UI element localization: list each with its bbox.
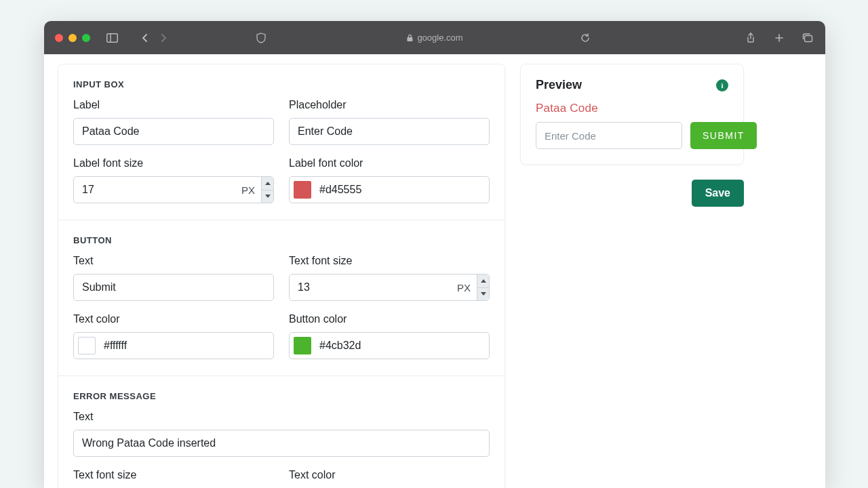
color-hex-input[interactable] bbox=[319, 184, 481, 196]
step-up-button[interactable] bbox=[262, 177, 273, 190]
share-icon[interactable] bbox=[744, 31, 757, 45]
field-label-font-size: Label font size PX bbox=[73, 157, 274, 203]
field-label-text: Text bbox=[73, 411, 490, 423]
color-hex-input[interactable] bbox=[319, 340, 481, 352]
preview-input[interactable] bbox=[536, 122, 682, 149]
preview-submit-button[interactable]: SUBMIT bbox=[690, 122, 757, 149]
reload-button[interactable] bbox=[578, 31, 592, 45]
address-bar[interactable]: google.com bbox=[406, 33, 462, 43]
browser-toolbar: google.com bbox=[44, 21, 825, 54]
color-swatch[interactable] bbox=[294, 181, 311, 199]
field-label-text: Label font size bbox=[73, 157, 274, 169]
input-label-value[interactable] bbox=[73, 118, 274, 145]
section-title: INPUT BOX bbox=[73, 79, 490, 89]
input-button-font-size[interactable] bbox=[289, 274, 490, 301]
close-window-button[interactable] bbox=[55, 34, 63, 42]
page-content: INPUT BOX Label Placeholder Label font s… bbox=[44, 54, 825, 488]
step-down-button[interactable] bbox=[477, 288, 489, 301]
field-button-font-size: Text font size PX bbox=[289, 255, 490, 301]
field-label-text: Label font color bbox=[289, 157, 490, 169]
maximize-window-button[interactable] bbox=[82, 34, 90, 42]
svg-marker-6 bbox=[265, 182, 271, 185]
number-stepper bbox=[477, 274, 489, 300]
color-input[interactable] bbox=[73, 332, 274, 359]
field-placeholder: Placeholder bbox=[289, 99, 490, 145]
field-button-color: Button color bbox=[289, 313, 490, 359]
field-label-text: Label bbox=[73, 99, 274, 111]
field-label-text: Text color bbox=[73, 313, 274, 325]
preview-label: Pataa Code bbox=[536, 102, 728, 115]
svg-marker-8 bbox=[481, 279, 486, 283]
new-tab-icon[interactable] bbox=[772, 31, 786, 45]
field-label-text: Text font size bbox=[289, 255, 490, 267]
step-up-button[interactable] bbox=[477, 274, 489, 288]
field-error-text-color: Text color bbox=[289, 469, 490, 488]
forward-button[interactable] bbox=[157, 31, 170, 45]
svg-marker-7 bbox=[265, 195, 271, 198]
section-error-message: ERROR MESSAGE Text Text font size PX bbox=[58, 376, 505, 488]
field-button-text: Text bbox=[73, 255, 274, 301]
section-title: ERROR MESSAGE bbox=[73, 391, 490, 401]
preview-title: Preview bbox=[536, 78, 582, 92]
shield-icon[interactable] bbox=[254, 31, 268, 45]
step-down-button[interactable] bbox=[262, 190, 273, 203]
color-input[interactable] bbox=[289, 332, 490, 359]
side-panel: Preview i Pataa Code SUBMIT Save bbox=[520, 64, 744, 207]
section-input-box: INPUT BOX Label Placeholder Label font s… bbox=[58, 64, 505, 220]
back-button[interactable] bbox=[138, 31, 151, 45]
field-label-text: Button color bbox=[289, 313, 490, 325]
sidebar-toggle-icon[interactable] bbox=[105, 31, 119, 45]
svg-rect-5 bbox=[805, 35, 812, 41]
input-label-font-size[interactable] bbox=[73, 176, 274, 203]
field-button-text-color: Text color bbox=[73, 313, 274, 359]
field-label-text: Text font size bbox=[73, 469, 274, 481]
field-label-font-color: Label font color bbox=[289, 157, 490, 203]
number-stepper bbox=[261, 177, 273, 203]
section-title: BUTTON bbox=[73, 235, 490, 245]
field-label-text: Text color bbox=[289, 469, 490, 481]
field-label: Label bbox=[73, 99, 274, 145]
preview-card: Preview i Pataa Code SUBMIT bbox=[520, 64, 744, 165]
input-error-text[interactable] bbox=[73, 430, 490, 457]
color-swatch[interactable] bbox=[78, 337, 96, 354]
color-input[interactable] bbox=[289, 176, 490, 203]
browser-window: google.com INPUT BOX Label bbox=[44, 21, 825, 488]
minimize-window-button[interactable] bbox=[68, 34, 77, 42]
field-label-text: Text bbox=[73, 255, 274, 267]
svg-marker-9 bbox=[481, 292, 486, 296]
input-button-text[interactable] bbox=[73, 274, 274, 301]
svg-rect-2 bbox=[407, 37, 412, 41]
info-icon[interactable]: i bbox=[716, 79, 728, 92]
field-error-font-size: Text font size PX bbox=[73, 469, 274, 488]
lock-icon bbox=[406, 34, 413, 42]
input-placeholder-value[interactable] bbox=[289, 118, 490, 145]
color-swatch[interactable] bbox=[294, 337, 311, 354]
tabs-overview-icon[interactable] bbox=[801, 31, 814, 45]
field-error-text: Text bbox=[73, 411, 490, 457]
window-controls bbox=[55, 34, 90, 42]
color-hex-input[interactable] bbox=[104, 340, 265, 352]
save-button[interactable]: Save bbox=[692, 180, 744, 207]
url-host: google.com bbox=[417, 33, 462, 43]
svg-rect-0 bbox=[106, 33, 117, 42]
field-label-text: Placeholder bbox=[289, 99, 490, 111]
config-panel: INPUT BOX Label Placeholder Label font s… bbox=[58, 64, 505, 488]
section-button: BUTTON Text Text font size PX bbox=[58, 220, 505, 376]
